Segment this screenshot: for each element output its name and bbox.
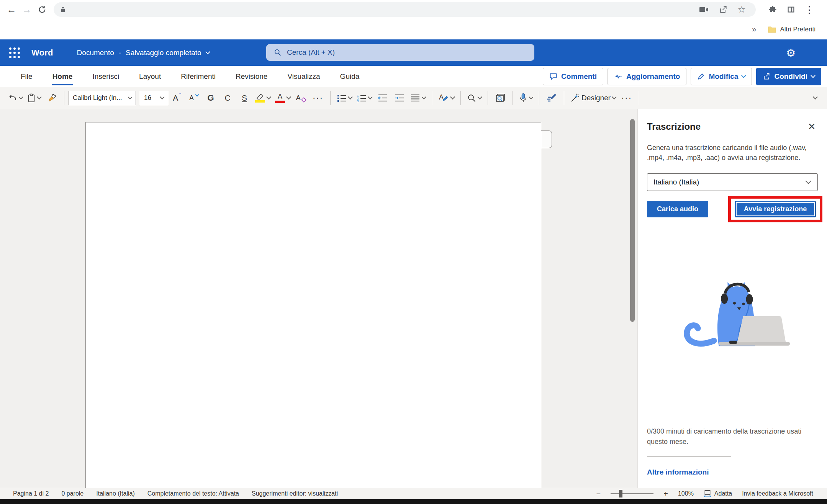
font-name-select[interactable]: Calibri Light (In... — [69, 91, 136, 105]
usage-progress-bar — [647, 456, 731, 457]
zoom-level[interactable]: 100% — [678, 490, 694, 497]
font-color-button[interactable]: A — [273, 90, 292, 106]
share-button[interactable]: Condividi — [756, 68, 821, 85]
language-select[interactable]: Italiano (Italia) — [647, 173, 818, 191]
app-launcher-icon[interactable] — [9, 47, 20, 58]
fit-width-button[interactable]: Adatta — [704, 490, 732, 497]
page-margin-card[interactable] — [541, 130, 552, 148]
start-recording-button[interactable]: Avvia registrazione — [735, 201, 816, 217]
word-count-status[interactable]: 0 parole — [61, 490, 84, 497]
tab-riferimenti[interactable]: Riferimenti — [171, 67, 226, 86]
chevron-down-icon — [805, 180, 811, 184]
browser-back-button[interactable]: ← — [4, 2, 19, 17]
comments-label: Commenti — [561, 72, 597, 81]
edit-mode-button[interactable]: Modifica — [691, 68, 752, 85]
tab-home[interactable]: Home — [43, 67, 83, 86]
annotation-highlight: Avvia registrazione — [728, 196, 822, 222]
collapse-ribbon-chevron[interactable] — [813, 95, 818, 99]
comments-button[interactable]: Commenti — [543, 68, 603, 85]
tab-file[interactable]: File — [11, 67, 43, 86]
document-page[interactable] — [85, 122, 541, 488]
tab-visualizza[interactable]: Visualizza — [277, 67, 330, 86]
bookmark-star-icon[interactable]: ☆ — [737, 4, 746, 15]
styles-button[interactable]: A — [436, 90, 456, 106]
clipboard-icon — [27, 93, 36, 103]
more-toolbar-options-button[interactable]: ··· — [619, 90, 635, 106]
tab-revisione[interactable]: Revisione — [226, 67, 277, 86]
tab-layout[interactable]: Layout — [129, 67, 171, 86]
designer-button[interactable]: Designer — [568, 90, 618, 106]
font-size-value: 16 — [144, 94, 151, 102]
chevron-down-icon — [205, 49, 210, 54]
italic-button[interactable]: C — [219, 90, 236, 106]
bookmarks-folder[interactable]: Altri Preferiti — [768, 26, 816, 33]
toolbar-divider — [330, 91, 331, 105]
toolbar-divider — [460, 91, 461, 105]
updates-button[interactable]: Aggiornamento — [608, 68, 686, 85]
tab-inserisci[interactable]: Inserisci — [82, 67, 129, 86]
document-search-button[interactable] — [492, 90, 508, 106]
undo-button[interactable] — [6, 90, 25, 106]
font-size-select[interactable]: 16 — [140, 91, 168, 105]
bookmarks-folder-label: Altri Preferiti — [780, 26, 816, 33]
language-value: Italiano (Italia) — [653, 178, 699, 186]
tab-guida[interactable]: Guida — [330, 67, 370, 86]
upload-audio-button[interactable]: Carica audio — [647, 201, 708, 217]
usage-text: 0/300 minuti di caricamento della trascr… — [647, 426, 816, 447]
browser-forward-button[interactable]: → — [19, 2, 34, 17]
numbered-list-button[interactable]: 123 — [355, 90, 374, 106]
settings-gear-icon[interactable]: ⚙ — [786, 46, 796, 59]
caret-down-icon — [195, 93, 199, 97]
status-bar: Pagina 1 di 2 0 parole Italiano (Italia)… — [0, 488, 827, 499]
text-completion-status[interactable]: Completamento del testo: Attivata — [147, 490, 239, 497]
increase-indent-icon — [395, 94, 404, 102]
shrink-font-icon: A — [189, 95, 194, 101]
find-button[interactable] — [465, 90, 483, 106]
increase-indent-button[interactable] — [391, 90, 408, 106]
chevron-down-icon — [348, 95, 353, 99]
highlight-color-button[interactable] — [253, 90, 272, 106]
close-icon[interactable]: ✕ — [806, 121, 818, 132]
browser-reload-button[interactable] — [34, 2, 50, 17]
underline-label: S — [242, 94, 247, 102]
dictate-button[interactable] — [517, 90, 535, 106]
taskbar-edge — [0, 499, 827, 504]
bullet-list-button[interactable] — [335, 90, 354, 106]
magic-wand-icon — [570, 93, 580, 103]
feedback-link[interactable]: Invia feedback a Microsoft — [742, 490, 813, 497]
language-status[interactable]: Italiano (Italia) — [96, 490, 135, 497]
share-icon[interactable] — [719, 5, 727, 14]
folder-icon — [768, 26, 776, 33]
updates-label: Aggiornamento — [626, 72, 680, 81]
underline-button[interactable]: S — [236, 90, 252, 106]
address-bar[interactable]: ☆ — [54, 2, 756, 17]
camera-icon[interactable] — [699, 6, 709, 13]
zoom-in-button[interactable]: + — [663, 489, 668, 498]
styles-icon: A — [438, 93, 449, 103]
zoom-slider-thumb[interactable] — [619, 490, 622, 497]
extensions-puzzle-icon[interactable] — [765, 2, 780, 17]
editor-button[interactable] — [544, 90, 560, 106]
more-info-link[interactable]: Altre informazioni — [647, 468, 818, 476]
bold-button[interactable]: G — [203, 90, 219, 106]
document-scrollbar[interactable] — [630, 119, 635, 322]
side-panel-icon[interactable] — [783, 2, 799, 17]
grow-font-button[interactable]: A ˆ — [169, 90, 185, 106]
alignment-button[interactable] — [408, 90, 427, 106]
format-painter-button[interactable] — [44, 90, 60, 106]
cat-illustration — [647, 271, 818, 352]
shrink-font-button[interactable]: A — [186, 90, 202, 106]
page-count-status[interactable]: Pagina 1 di 2 — [13, 490, 49, 497]
app-name: Word — [31, 48, 53, 58]
search-input[interactable]: Cerca (Alt + X) — [266, 44, 534, 61]
document-title-menu[interactable]: Documento - Salvataggio completato — [77, 49, 210, 57]
decrease-indent-button[interactable] — [375, 90, 391, 106]
clear-formatting-button[interactable]: A — [293, 90, 309, 106]
zoom-out-button[interactable]: − — [596, 489, 601, 498]
zoom-slider[interactable] — [611, 493, 653, 494]
browser-menu-icon[interactable]: ⋮ — [802, 2, 817, 17]
paste-button[interactable] — [25, 90, 43, 106]
editor-suggestions-status[interactable]: Suggerimenti editor: visualizzati — [252, 490, 338, 497]
more-font-options-button[interactable]: ··· — [310, 90, 326, 106]
bookmarks-overflow-button[interactable]: » — [752, 25, 756, 34]
